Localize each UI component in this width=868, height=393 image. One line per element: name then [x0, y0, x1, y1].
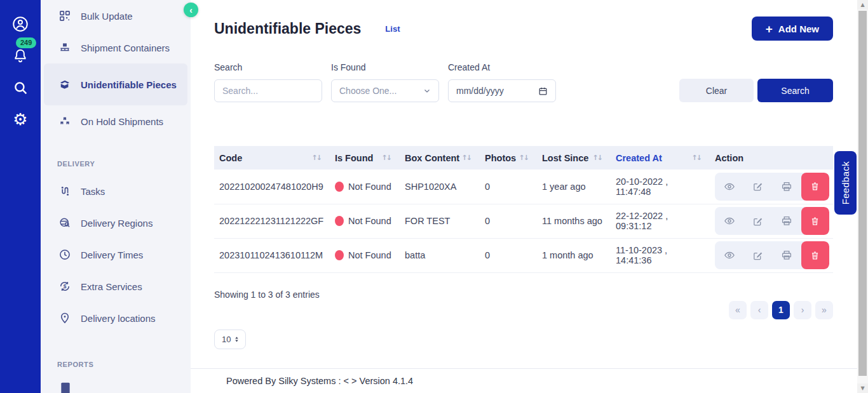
table-header-row: Code↑↓ Is Found↑↓ Box Content↑↓ Photos↑↓…: [214, 146, 833, 170]
edit-button[interactable]: [743, 173, 772, 201]
pagination-next-button[interactable]: ›: [794, 301, 811, 319]
on-hold-shipments-icon: [58, 115, 71, 128]
filter-bar: Search Is Found Choose One... Created At…: [214, 62, 833, 102]
column-header-created-at[interactable]: Created At↑↓: [611, 146, 710, 170]
sidebar-collapse-button[interactable]: ‹: [184, 3, 198, 17]
gear-icon[interactable]: ⚙: [10, 109, 31, 130]
report-item-partial-icon: [59, 382, 72, 393]
search-filter: Search: [214, 62, 322, 102]
delete-button[interactable]: [801, 241, 829, 269]
sidebar-item-label: Delivery Regions: [81, 218, 153, 229]
entries-summary: Showing 1 to 3 of 3 entries: [214, 290, 320, 300]
sidebar-item-delivery-times[interactable]: Delivery Times: [41, 239, 191, 270]
cell-photos: 0: [480, 204, 537, 238]
pagination-first-button[interactable]: «: [729, 301, 747, 319]
cell-created-at: 20-10-2022 , 11:47:48: [611, 170, 710, 204]
app-root: 249 ⚙ Bulk Update: [0, 0, 868, 393]
page-size-value: 10: [222, 335, 231, 344]
cell-is-found: Not Found: [330, 238, 400, 272]
column-header-box-content[interactable]: Box Content↑↓: [400, 146, 480, 170]
print-button[interactable]: [773, 207, 801, 235]
view-button[interactable]: [715, 207, 743, 235]
notifications-icon[interactable]: 249: [10, 46, 31, 66]
sort-icon: ↑↓: [312, 154, 321, 162]
sidebar-item-extra-services[interactable]: $ Extra Services: [41, 270, 191, 302]
print-button[interactable]: [773, 241, 801, 269]
sidebar-item-bulk-update[interactable]: Bulk Update: [41, 0, 191, 32]
action-button-group: [715, 207, 829, 235]
created-at-filter: Created At mm/dd/yyyy: [448, 62, 556, 102]
printer-icon: [781, 215, 792, 227]
delivery-regions-icon: [58, 216, 71, 229]
add-new-label: Add New: [778, 23, 819, 34]
sidebar-item-label: Delivery Times: [81, 250, 143, 260]
sidebar-section-delivery: DELIVERY: [41, 137, 191, 175]
feedback-tab[interactable]: Feedback: [834, 151, 857, 215]
sidebar-item-delivery-regions[interactable]: Delivery Regions: [41, 207, 191, 239]
column-header-code[interactable]: Code↑↓: [214, 146, 330, 170]
cell-lost-since: 11 months ago: [537, 204, 611, 238]
status-label: Not Found: [348, 250, 391, 260]
search-input[interactable]: [214, 79, 322, 102]
view-button[interactable]: [715, 173, 743, 201]
eye-icon: [724, 181, 735, 192]
pagination: « ‹ 1 › »: [729, 301, 833, 319]
scroll-up-arrow[interactable]: ▲: [857, 0, 868, 10]
sidebar-item-label: On Hold Shipments: [81, 116, 163, 127]
clear-button[interactable]: Clear: [679, 79, 754, 102]
sidebar-item-shipment-containers[interactable]: Shipment Containers: [41, 32, 191, 63]
table-row: 202210200247481020H9 Not Found SHP1020XA…: [214, 170, 833, 204]
status-label: Not Found: [348, 216, 391, 226]
print-button[interactable]: [773, 173, 801, 201]
clock-icon: [58, 248, 71, 261]
sidebar-item-label: Shipment Containers: [81, 43, 170, 53]
add-new-button[interactable]: + Add New: [752, 17, 833, 41]
created-at-label: Created At: [448, 62, 556, 72]
vertical-scrollbar[interactable]: ▲ ▼: [857, 0, 868, 393]
profile-icon[interactable]: [10, 14, 31, 34]
app-footer: Powered By Silky Systems : < > Version 4…: [191, 368, 857, 393]
cell-code: 202212221231121222GF: [214, 204, 330, 238]
delete-button[interactable]: [801, 207, 829, 235]
sidebar-item-unidentifiable-pieces[interactable]: Unidentifiable Pieces: [44, 63, 187, 105]
created-at-date-input[interactable]: mm/dd/yyyy: [448, 79, 556, 102]
tasks-route-icon: [58, 185, 71, 197]
calendar-icon: [538, 86, 548, 96]
cell-actions: [710, 238, 833, 272]
sort-icon: ↑↓: [593, 154, 602, 162]
delete-button[interactable]: [801, 173, 829, 201]
breadcrumb-list-link[interactable]: List: [385, 24, 400, 34]
cell-photos: 0: [480, 170, 537, 204]
is-found-select[interactable]: Choose One...: [331, 79, 439, 102]
is-found-filter: Is Found Choose One...: [331, 62, 439, 102]
page-size-select[interactable]: 10: [214, 330, 246, 349]
sidebar-item-tasks[interactable]: Tasks: [41, 175, 191, 207]
page-header: Unidentifiable Pieces List + Add New: [214, 17, 833, 41]
sidebar-item-on-hold-shipments[interactable]: On Hold Shipments: [41, 105, 191, 137]
pagination-prev-button[interactable]: ‹: [750, 301, 768, 319]
column-header-is-found[interactable]: Is Found↑↓: [330, 146, 400, 170]
cell-box-content: FOR TEST: [400, 204, 480, 238]
edit-icon: [752, 250, 763, 261]
search-button[interactable]: Search: [757, 79, 833, 102]
search-icon[interactable]: [10, 77, 31, 98]
edit-icon: [752, 216, 763, 227]
edit-button[interactable]: [743, 241, 772, 269]
sidebar-item-delivery-locations[interactable]: Delivery locations: [41, 302, 191, 334]
pagination-last-button[interactable]: »: [815, 301, 833, 319]
scroll-down-arrow[interactable]: ▼: [857, 383, 868, 393]
cell-created-at: 22-12-2022 , 09:31:12: [611, 204, 710, 238]
action-button-group: [715, 173, 829, 201]
search-label: Search: [214, 62, 322, 72]
scrollbar-thumb[interactable]: [858, 11, 867, 376]
cell-box-content: batta: [400, 238, 480, 272]
column-header-lost-since[interactable]: Lost Since↑↓: [537, 146, 611, 170]
pagination-page-1[interactable]: 1: [772, 301, 790, 319]
cell-actions: [710, 204, 833, 238]
chevron-left-icon: ‹: [189, 6, 193, 15]
view-button[interactable]: [715, 241, 743, 269]
filter-actions: Clear Search: [679, 79, 833, 102]
notification-badge: 249: [16, 37, 36, 48]
column-header-photos[interactable]: Photos↑↓: [480, 146, 537, 170]
edit-button[interactable]: [743, 207, 772, 235]
